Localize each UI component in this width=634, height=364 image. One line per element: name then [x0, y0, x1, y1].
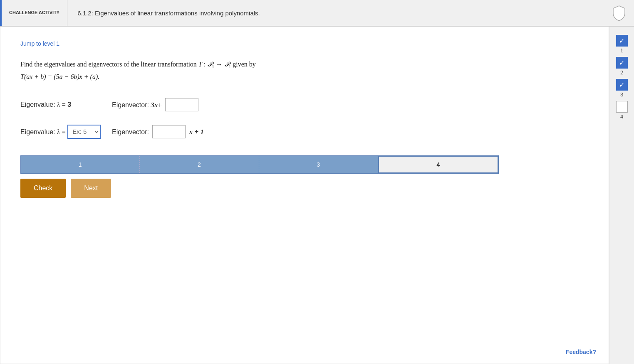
progress-segment-1[interactable]: 1: [21, 156, 140, 173]
next-button[interactable]: Next: [71, 179, 111, 198]
header-bar: CHALLENGE ACTIVITY 6.1.2: Eigenvalues of…: [0, 0, 634, 27]
content-area: Jump to level 1 Find the eigenvalues and…: [0, 27, 609, 364]
sidebar-num-3: 3: [620, 91, 623, 98]
sidebar-item-1[interactable]: ✓ 1: [616, 35, 628, 54]
progress-segment-3[interactable]: 3: [259, 156, 378, 173]
eigenvector-2-input[interactable]: [152, 125, 186, 138]
sidebar-check-1[interactable]: ✓: [616, 35, 628, 47]
activity-title: 6.1.2: Eigenvalues of linear transformat…: [67, 0, 270, 26]
eigenvalue-row-1: Eigenvalue: λ = 3 Eigenvector: 3x+: [20, 98, 589, 111]
header-shield-area: [612, 0, 634, 26]
sidebar-num-1: 1: [620, 47, 623, 54]
progress-bar-container: 1 2 3 4: [20, 155, 589, 174]
eigenvalue-row-2: Eigenvalue: λ = Ex: 5 Eigenvector: x + 1: [20, 125, 589, 139]
eigenvalue-2-select[interactable]: Ex: 5: [67, 125, 101, 139]
eigenvalue-2-label: Eigenvalue: λ = Ex: 5: [20, 125, 112, 139]
progress-segment-2[interactable]: 2: [140, 156, 259, 173]
problem-text: Find the eigenvalues and eigenvectors of…: [20, 59, 589, 83]
sidebar: ✓ 1 ✓ 2 ✓ 3 4: [609, 27, 634, 364]
sidebar-check-3[interactable]: ✓: [616, 79, 628, 91]
eigenvector-2-label: Eigenvector: x + 1: [112, 125, 204, 138]
eigenvector-1-input[interactable]: [165, 98, 198, 111]
sidebar-item-2[interactable]: ✓ 2: [616, 57, 628, 76]
sidebar-item-3[interactable]: ✓ 3: [616, 79, 628, 98]
jump-to-level-link[interactable]: Jump to level 1: [20, 40, 59, 47]
sidebar-check-2[interactable]: ✓: [616, 57, 628, 69]
eigenvector-1-label: Eigenvector: 3x+: [112, 98, 200, 111]
progress-segment-4[interactable]: 4: [378, 156, 498, 173]
sidebar-item-4[interactable]: 4: [616, 101, 628, 120]
main-layout: Jump to level 1 Find the eigenvalues and…: [0, 27, 634, 364]
challenge-activity-label: CHALLENGE ACTIVITY: [0, 0, 67, 26]
feedback-link[interactable]: Feedback?: [566, 349, 596, 355]
buttons-row: Check Next: [20, 179, 589, 198]
progress-bar: 1 2 3 4: [20, 155, 499, 174]
check-button[interactable]: Check: [20, 179, 66, 198]
eigenvalue-1-label: Eigenvalue: λ = 3: [20, 101, 112, 108]
sidebar-num-4: 4: [620, 113, 623, 120]
sidebar-num-2: 2: [620, 69, 623, 76]
shield-icon: [612, 5, 626, 21]
sidebar-empty-4[interactable]: [616, 101, 628, 113]
